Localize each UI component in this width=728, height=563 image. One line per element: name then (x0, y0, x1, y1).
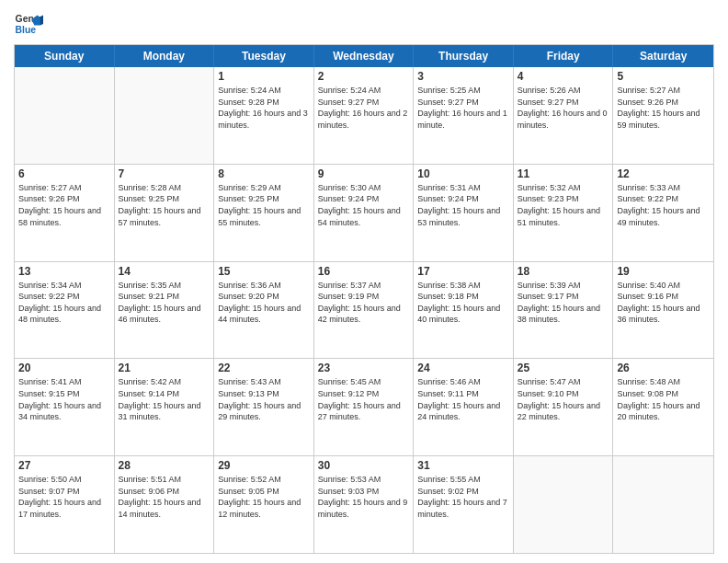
cell-info: Sunrise: 5:24 AMSunset: 9:27 PMDaylight:… (318, 85, 410, 131)
day-number: 17 (417, 265, 509, 278)
calendar-cell-29: 29Sunrise: 5:52 AMSunset: 9:05 PMDayligh… (214, 456, 314, 553)
calendar-cell-28: 28Sunrise: 5:51 AMSunset: 9:06 PMDayligh… (115, 456, 215, 553)
calendar-cell-20: 20Sunrise: 5:41 AMSunset: 9:15 PMDayligh… (15, 359, 115, 455)
calendar-cell-24: 24Sunrise: 5:46 AMSunset: 9:11 PMDayligh… (414, 359, 514, 455)
cell-info: Sunrise: 5:48 AMSunset: 9:08 PMDaylight:… (617, 376, 710, 422)
day-number: 1 (218, 70, 310, 83)
cell-info: Sunrise: 5:29 AMSunset: 9:25 PMDaylight:… (218, 182, 310, 228)
calendar-cell-9: 9Sunrise: 5:30 AMSunset: 9:24 PMDaylight… (314, 165, 415, 261)
cell-info: Sunrise: 5:35 AMSunset: 9:21 PMDaylight:… (119, 280, 210, 326)
calendar-cell-25: 25Sunrise: 5:47 AMSunset: 9:10 PMDayligh… (514, 359, 614, 455)
cell-info: Sunrise: 5:39 AMSunset: 9:17 PMDaylight:… (518, 280, 609, 326)
calendar-cell-22: 22Sunrise: 5:43 AMSunset: 9:13 PMDayligh… (214, 359, 314, 455)
calendar-cell-12: 12Sunrise: 5:33 AMSunset: 9:22 PMDayligh… (613, 165, 713, 261)
calendar-row-3: 20Sunrise: 5:41 AMSunset: 9:15 PMDayligh… (15, 358, 713, 455)
calendar-cell-10: 10Sunrise: 5:31 AMSunset: 9:24 PMDayligh… (414, 165, 514, 261)
calendar-cell-15: 15Sunrise: 5:36 AMSunset: 9:20 PMDayligh… (214, 262, 314, 359)
header-day-sunday: Sunday (15, 45, 115, 67)
day-number: 23 (318, 362, 410, 374)
cell-info: Sunrise: 5:27 AMSunset: 9:26 PMDaylight:… (617, 85, 710, 131)
calendar-cell-31: 31Sunrise: 5:55 AMSunset: 9:02 PMDayligh… (414, 456, 514, 553)
cell-info: Sunrise: 5:42 AMSunset: 9:14 PMDaylight:… (119, 376, 210, 422)
day-number: 11 (518, 167, 609, 180)
day-number: 28 (119, 459, 210, 472)
calendar-cell-16: 16Sunrise: 5:37 AMSunset: 9:19 PMDayligh… (314, 262, 415, 359)
day-number: 8 (218, 167, 310, 180)
calendar-cell-8: 8Sunrise: 5:29 AMSunset: 9:25 PMDaylight… (214, 165, 314, 261)
cell-info: Sunrise: 5:46 AMSunset: 9:11 PMDaylight:… (417, 376, 509, 422)
calendar-cell-2: 2Sunrise: 5:24 AMSunset: 9:27 PMDaylight… (314, 67, 415, 164)
day-number: 7 (119, 167, 210, 180)
cell-info: Sunrise: 5:40 AMSunset: 9:16 PMDaylight:… (617, 280, 710, 326)
day-number: 5 (617, 70, 710, 83)
cell-info: Sunrise: 5:37 AMSunset: 9:19 PMDaylight:… (318, 280, 410, 326)
cell-info: Sunrise: 5:26 AMSunset: 9:27 PMDaylight:… (518, 85, 609, 131)
day-number: 12 (617, 167, 710, 180)
cell-info: Sunrise: 5:28 AMSunset: 9:25 PMDaylight:… (119, 182, 210, 228)
calendar-cell-6: 6Sunrise: 5:27 AMSunset: 9:26 PMDaylight… (15, 165, 115, 261)
cell-info: Sunrise: 5:38 AMSunset: 9:18 PMDaylight:… (417, 280, 509, 326)
cell-info: Sunrise: 5:55 AMSunset: 9:02 PMDaylight:… (417, 474, 509, 520)
cell-info: Sunrise: 5:43 AMSunset: 9:13 PMDaylight:… (218, 376, 310, 422)
calendar-cell-1: 1Sunrise: 5:24 AMSunset: 9:28 PMDaylight… (214, 67, 314, 164)
day-number: 20 (18, 362, 110, 374)
day-number: 21 (119, 362, 210, 374)
calendar-cell-13: 13Sunrise: 5:34 AMSunset: 9:22 PMDayligh… (15, 262, 115, 359)
calendar-cell-30: 30Sunrise: 5:53 AMSunset: 9:03 PMDayligh… (314, 456, 415, 553)
cell-info: Sunrise: 5:52 AMSunset: 9:05 PMDaylight:… (218, 474, 310, 520)
calendar-cell-empty-4-6 (613, 456, 713, 553)
header: General Blue (14, 9, 714, 39)
calendar-cell-11: 11Sunrise: 5:32 AMSunset: 9:23 PMDayligh… (514, 165, 614, 261)
day-number: 3 (417, 70, 509, 83)
calendar-cell-27: 27Sunrise: 5:50 AMSunset: 9:07 PMDayligh… (15, 456, 115, 553)
calendar-row-2: 13Sunrise: 5:34 AMSunset: 9:22 PMDayligh… (15, 261, 713, 359)
day-number: 13 (18, 265, 110, 278)
header-day-friday: Friday (514, 45, 614, 67)
day-number: 15 (218, 265, 310, 278)
calendar-cell-4: 4Sunrise: 5:26 AMSunset: 9:27 PMDaylight… (514, 67, 614, 164)
day-number: 22 (218, 362, 310, 374)
cell-info: Sunrise: 5:41 AMSunset: 9:15 PMDaylight:… (18, 376, 110, 422)
cell-info: Sunrise: 5:51 AMSunset: 9:06 PMDaylight:… (119, 474, 210, 520)
cell-info: Sunrise: 5:32 AMSunset: 9:23 PMDaylight:… (518, 182, 609, 228)
day-number: 14 (119, 265, 210, 278)
calendar-cell-14: 14Sunrise: 5:35 AMSunset: 9:21 PMDayligh… (115, 262, 215, 359)
page: General Blue SundayMondayTuesdayWednesda… (0, 0, 728, 563)
cell-info: Sunrise: 5:25 AMSunset: 9:27 PMDaylight:… (417, 85, 509, 131)
cell-info: Sunrise: 5:36 AMSunset: 9:20 PMDaylight:… (218, 280, 310, 326)
logo: General Blue (14, 9, 28, 39)
svg-marker-3 (40, 15, 43, 25)
day-number: 9 (318, 167, 410, 180)
calendar-row-4: 27Sunrise: 5:50 AMSunset: 9:07 PMDayligh… (15, 455, 713, 553)
calendar-header: SundayMondayTuesdayWednesdayThursdayFrid… (15, 45, 713, 67)
cell-info: Sunrise: 5:30 AMSunset: 9:24 PMDaylight:… (318, 182, 410, 228)
calendar-cell-19: 19Sunrise: 5:40 AMSunset: 9:16 PMDayligh… (613, 262, 713, 359)
cell-info: Sunrise: 5:34 AMSunset: 9:22 PMDaylight:… (18, 280, 110, 326)
day-number: 24 (417, 362, 509, 374)
calendar-cell-23: 23Sunrise: 5:45 AMSunset: 9:12 PMDayligh… (314, 359, 415, 455)
cell-info: Sunrise: 5:33 AMSunset: 9:22 PMDaylight:… (617, 182, 710, 228)
cell-info: Sunrise: 5:24 AMSunset: 9:28 PMDaylight:… (218, 85, 310, 131)
calendar-cell-26: 26Sunrise: 5:48 AMSunset: 9:08 PMDayligh… (613, 359, 713, 455)
day-number: 30 (318, 459, 410, 472)
day-number: 4 (518, 70, 609, 83)
calendar-cell-21: 21Sunrise: 5:42 AMSunset: 9:14 PMDayligh… (115, 359, 215, 455)
cell-info: Sunrise: 5:27 AMSunset: 9:26 PMDaylight:… (18, 182, 110, 228)
calendar-cell-7: 7Sunrise: 5:28 AMSunset: 9:25 PMDaylight… (115, 165, 215, 261)
calendar-cell-17: 17Sunrise: 5:38 AMSunset: 9:18 PMDayligh… (414, 262, 514, 359)
cell-info: Sunrise: 5:47 AMSunset: 9:10 PMDaylight:… (518, 376, 609, 422)
day-number: 31 (417, 459, 509, 472)
header-day-monday: Monday (115, 45, 215, 67)
logo-icon: General Blue (14, 9, 43, 39)
day-number: 16 (318, 265, 410, 278)
cell-info: Sunrise: 5:31 AMSunset: 9:24 PMDaylight:… (417, 182, 509, 228)
header-day-tuesday: Tuesday (214, 45, 314, 67)
day-number: 6 (18, 167, 110, 180)
cell-info: Sunrise: 5:45 AMSunset: 9:12 PMDaylight:… (318, 376, 410, 422)
calendar-cell-empty-4-5 (514, 456, 614, 553)
day-number: 29 (218, 459, 310, 472)
header-day-wednesday: Wednesday (314, 45, 415, 67)
calendar-cell-empty-0-1 (115, 67, 215, 164)
day-number: 25 (518, 362, 609, 374)
calendar: SundayMondayTuesdayWednesdayThursdayFrid… (14, 44, 714, 554)
